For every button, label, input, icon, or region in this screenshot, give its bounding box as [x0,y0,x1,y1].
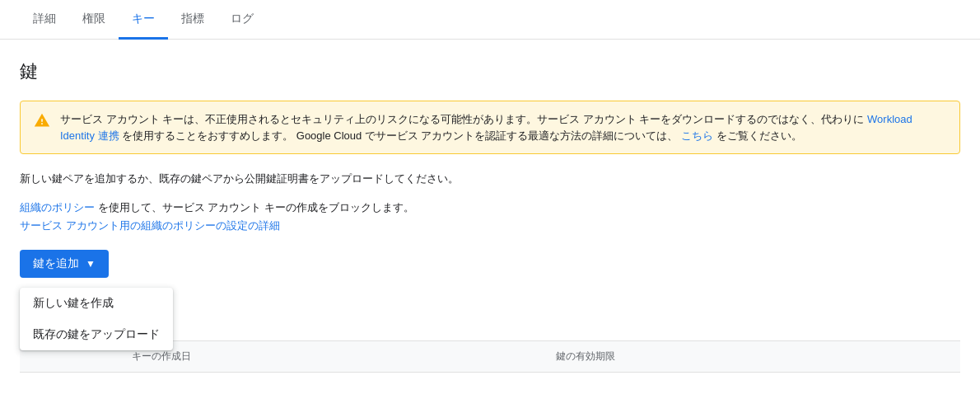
warning-box: サービス アカウント キーは、不正使用されるとセキュリティ上のリスクになる可能性… [20,101,960,154]
org-policy-link[interactable]: 組織のポリシー [20,201,95,214]
create-new-key-item[interactable]: 新しい鍵を作成 [20,288,173,319]
warning-icon [34,112,50,129]
description-text: 新しい鍵ペアを追加するか、既存の鍵ペアから公開鍵証明書をアップロードしてください… [20,171,960,187]
details-link[interactable]: こちら [681,129,713,142]
col-create-date-header: キーの作成日 [132,350,523,364]
tab-details[interactable]: 詳細 [20,0,69,40]
upload-existing-key-item[interactable]: 既存の鍵をアップロード [20,319,173,350]
chevron-down-icon: ▼ [86,258,96,270]
tab-logs[interactable]: ログ [217,0,267,40]
add-key-dropdown: 新しい鍵を作成 既存の鍵をアップロード [20,288,173,350]
tab-permissions[interactable]: 権限 [69,0,119,40]
add-key-container: 鍵を追加 ▼ 新しい鍵を作成 既存の鍵をアップロード [20,250,109,284]
org-policy-detail-link[interactable]: サービス アカウント用の組織のポリシーの設定の詳細 [20,218,960,233]
add-key-button[interactable]: 鍵を追加 ▼ [20,250,109,278]
tab-keys[interactable]: キー [119,0,168,40]
warning-text: サービス アカウント キーは、不正使用されるとセキュリティ上のリスクになる可能性… [60,111,946,143]
col-expire-date-header: 鍵の有効期限 [556,350,947,364]
policy-line1: 組織のポリシー を使用して、サービス アカウント キーの作成をブロックします。 [20,200,960,215]
main-content: 鍵 サービス アカウント キーは、不正使用されるとセキュリティ上のリスクになる可… [0,40,980,392]
page-title: 鍵 [20,59,960,84]
policy-links: 組織のポリシー を使用して、サービス アカウント キーの作成をブロックします。 … [20,200,960,233]
tabs-nav: 詳細 権限 キー 指標 ログ [0,0,980,40]
tab-metrics[interactable]: 指標 [168,0,217,40]
